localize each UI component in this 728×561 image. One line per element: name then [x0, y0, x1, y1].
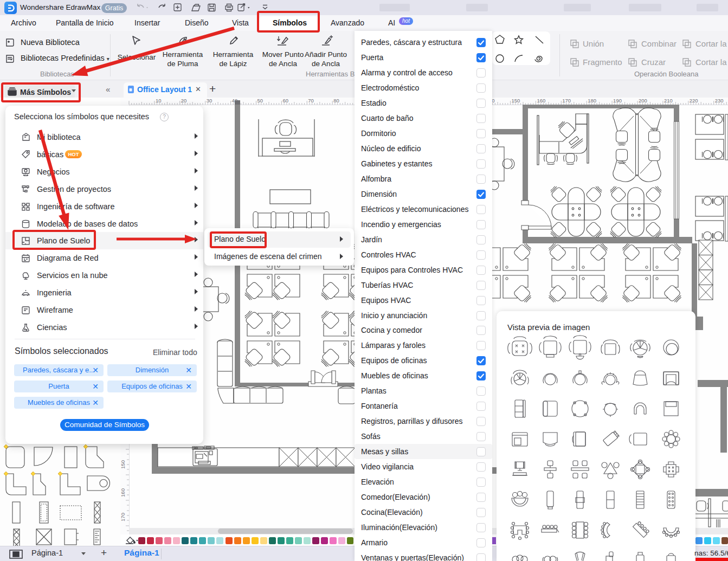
svg-text:Cortar la c: Cortar la c [695, 39, 728, 48]
svg-text:Combinar: Combinar [641, 39, 677, 48]
svg-text:Unión: Unión [583, 39, 604, 48]
svg-text:Cruzar: Cruzar [641, 57, 666, 67]
svg-text:Fragmento: Fragmento [583, 57, 622, 67]
svg-text:Cortar la c: Cortar la c [695, 57, 728, 67]
